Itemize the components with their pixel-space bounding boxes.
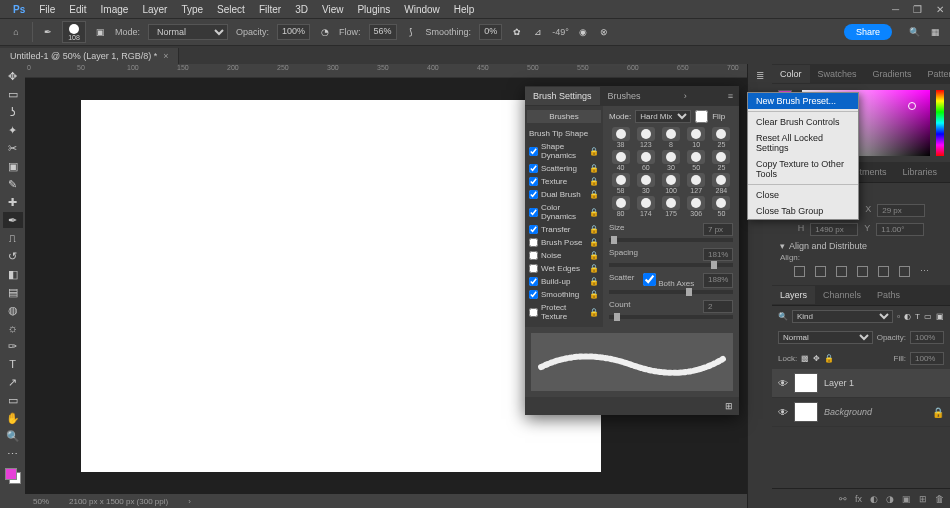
selection-tool[interactable]: ✦ bbox=[3, 122, 23, 138]
menu-new-brush-preset[interactable]: New Brush Preset... bbox=[748, 93, 858, 109]
lock-icon[interactable]: 🔒 bbox=[589, 208, 599, 217]
fill-value[interactable]: 100% bbox=[910, 352, 944, 365]
symmetry-icon[interactable]: ⊗ bbox=[598, 26, 611, 39]
align-left-icon[interactable] bbox=[794, 266, 805, 277]
lock-all-icon[interactable]: 🔒 bbox=[824, 354, 834, 363]
brush-tip[interactable]: 284 bbox=[710, 173, 733, 194]
menu-file[interactable]: File bbox=[32, 1, 62, 18]
brush-tip[interactable]: 50 bbox=[685, 150, 708, 171]
menu-close-tab-group[interactable]: Close Tab Group bbox=[748, 203, 858, 219]
delete-layer-icon[interactable]: 🗑 bbox=[935, 494, 944, 504]
brush-opt-wet-edges[interactable]: Wet Edges🔒 bbox=[527, 262, 601, 275]
checkbox[interactable] bbox=[529, 164, 538, 173]
layer-opacity-value[interactable]: 100% bbox=[910, 331, 944, 344]
brush-tip[interactable]: 25 bbox=[710, 150, 733, 171]
status-chevron-icon[interactable]: › bbox=[188, 497, 191, 506]
lasso-tool[interactable]: ʖ bbox=[3, 104, 23, 120]
shape-tool[interactable]: ▭ bbox=[3, 392, 23, 408]
tab-channels[interactable]: Channels bbox=[815, 286, 869, 304]
filter-shape-icon[interactable]: ▭ bbox=[924, 312, 932, 321]
layer-thumbnail[interactable] bbox=[794, 373, 818, 393]
brush-tip[interactable]: 40 bbox=[609, 150, 632, 171]
scatter-value[interactable]: 188% bbox=[703, 273, 733, 288]
tab-patterns[interactable]: Patterns bbox=[920, 65, 950, 83]
menu-type[interactable]: Type bbox=[174, 1, 210, 18]
menu-edit[interactable]: Edit bbox=[62, 1, 93, 18]
home-icon[interactable]: ⌂ bbox=[8, 24, 24, 40]
canvas[interactable] bbox=[81, 100, 601, 472]
tab-color[interactable]: Color bbox=[772, 65, 810, 83]
align-top-icon[interactable] bbox=[857, 266, 868, 277]
lock-icon[interactable]: 🔒 bbox=[589, 164, 599, 173]
hand-tool[interactable]: ✋ bbox=[3, 410, 23, 426]
brush-tip[interactable]: 8 bbox=[659, 127, 682, 148]
flip-checkbox[interactable] bbox=[695, 110, 708, 123]
blur-tool[interactable]: ◍ bbox=[3, 302, 23, 318]
menu-layer[interactable]: Layer bbox=[135, 1, 174, 18]
move-tool[interactable]: ✥ bbox=[3, 68, 23, 84]
brush-tip[interactable]: 306 bbox=[685, 196, 708, 217]
both-axes-checkbox[interactable] bbox=[643, 273, 656, 286]
group-icon[interactable]: ▣ bbox=[902, 494, 911, 504]
edit-toolbar[interactable]: ⋯ bbox=[3, 446, 23, 462]
count-value[interactable]: 2 bbox=[703, 300, 733, 313]
layer-fx-icon[interactable]: fx bbox=[855, 494, 862, 504]
hue-slider[interactable] bbox=[936, 90, 944, 156]
tab-libraries[interactable]: Libraries bbox=[895, 163, 946, 181]
checkbox[interactable] bbox=[529, 308, 538, 317]
size-value[interactable]: 7 px bbox=[703, 223, 733, 236]
brush-tip[interactable]: 10 bbox=[685, 127, 708, 148]
brush-preset-picker[interactable]: 108 bbox=[62, 21, 86, 43]
brush-opt-brush-pose[interactable]: Brush Pose🔒 bbox=[527, 236, 601, 249]
menu-reset-locked[interactable]: Reset All Locked Settings bbox=[748, 130, 858, 156]
checkbox[interactable] bbox=[529, 177, 538, 186]
menu-help[interactable]: Help bbox=[447, 1, 482, 18]
layer-name[interactable]: Background bbox=[824, 407, 872, 417]
workspace-icon[interactable]: ▦ bbox=[929, 26, 942, 39]
zoom-level[interactable]: 50% bbox=[33, 497, 49, 506]
align-center-h-icon[interactable] bbox=[815, 266, 826, 277]
brush-tip[interactable]: 25 bbox=[710, 127, 733, 148]
filter-adjust-icon[interactable]: ◐ bbox=[904, 312, 911, 321]
minimize-icon[interactable]: ─ bbox=[892, 4, 899, 15]
brush-tip-shape[interactable]: Brush Tip Shape bbox=[527, 127, 601, 140]
brush-opt-shape-dynamics[interactable]: Shape Dynamics🔒 bbox=[527, 140, 601, 162]
brush-tool[interactable]: ✒ bbox=[3, 212, 23, 228]
checkbox[interactable] bbox=[529, 264, 538, 273]
blend-mode-layer-select[interactable]: Normal bbox=[778, 331, 873, 344]
new-preset-icon[interactable]: ⊞ bbox=[725, 401, 733, 411]
link-layers-icon[interactable]: ⚯ bbox=[839, 494, 847, 504]
checkbox[interactable] bbox=[529, 290, 538, 299]
menu-clear-brush-controls[interactable]: Clear Brush Controls bbox=[748, 114, 858, 130]
filter-type-icon[interactable]: T bbox=[915, 312, 920, 321]
path-tool[interactable]: ↗ bbox=[3, 374, 23, 390]
visibility-icon[interactable]: 👁 bbox=[778, 378, 788, 388]
type-tool[interactable]: T bbox=[3, 356, 23, 372]
eyedropper-tool[interactable]: ✎ bbox=[3, 176, 23, 192]
lock-position-icon[interactable]: ✥ bbox=[813, 354, 820, 363]
smoothing-value[interactable]: 0% bbox=[479, 24, 502, 40]
menu-filter[interactable]: Filter bbox=[252, 1, 288, 18]
lock-pixels-icon[interactable]: ▩ bbox=[801, 354, 809, 363]
adjustment-layer-icon[interactable]: ◑ bbox=[886, 494, 894, 504]
brush-panel-toggle-icon[interactable]: ▣ bbox=[94, 26, 107, 39]
rotation-field[interactable]: 11.00° bbox=[876, 223, 924, 236]
healing-tool[interactable]: ✚ bbox=[3, 194, 23, 210]
filter-smart-icon[interactable]: ▣ bbox=[936, 312, 944, 321]
search-icon[interactable]: 🔍 bbox=[908, 26, 921, 39]
checkbox[interactable] bbox=[529, 147, 538, 156]
layer-row[interactable]: 👁 Layer 1 bbox=[772, 369, 950, 398]
lock-icon[interactable]: 🔒 bbox=[589, 308, 599, 317]
tab-paths[interactable]: Paths bbox=[869, 286, 908, 304]
brush-tip[interactable]: 123 bbox=[634, 127, 657, 148]
size-slider[interactable] bbox=[609, 238, 733, 242]
checkbox[interactable] bbox=[529, 225, 538, 234]
tab-swatches[interactable]: Swatches bbox=[810, 65, 865, 83]
brush-tip[interactable]: 80 bbox=[609, 196, 632, 217]
brush-opt-transfer[interactable]: Transfer🔒 bbox=[527, 223, 601, 236]
frame-tool[interactable]: ▣ bbox=[3, 158, 23, 174]
lock-icon[interactable]: 🔒 bbox=[589, 225, 599, 234]
height-field[interactable]: 1490 px bbox=[810, 223, 858, 236]
brush-opt-build-up[interactable]: Build-up🔒 bbox=[527, 275, 601, 288]
brushes-button[interactable]: Brushes bbox=[527, 110, 601, 123]
